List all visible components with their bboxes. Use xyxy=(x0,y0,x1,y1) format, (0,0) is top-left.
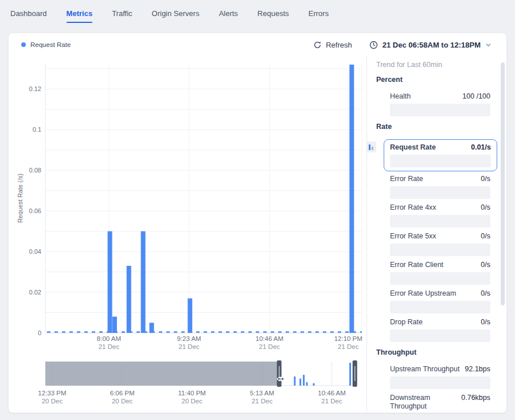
metric-item-downstream-throughput[interactable]: Downstream Throughput0.76kbps xyxy=(390,394,490,413)
metric-item-error-rate-5xx[interactable]: Error Rate 5xx0/s xyxy=(390,232,490,256)
metric-value: 100 /100 xyxy=(462,92,490,101)
sparkline-placeholder xyxy=(390,186,490,199)
time-range-label: 21 Dec 06:58AM to 12:18PM xyxy=(383,41,481,49)
axis-label: 0.04 xyxy=(29,248,41,255)
axis-label: 0.12 xyxy=(29,85,41,92)
sparkline-placeholder xyxy=(390,301,490,313)
sidebar-title: Trend for Last 60min xyxy=(376,61,490,69)
legend-dot-icon xyxy=(21,42,26,47)
axis-label: 5:13 AM xyxy=(250,390,274,397)
metric-value: 0/s xyxy=(481,232,490,241)
metric-label: Drop Rate xyxy=(390,318,423,327)
brush-bar xyxy=(299,379,301,386)
section-heading-rate: Rate xyxy=(376,123,490,131)
chevron-down-icon xyxy=(485,42,491,48)
sparkline-placeholder xyxy=(390,376,490,389)
axis-label: 0 xyxy=(38,329,41,336)
sparkline-placeholder xyxy=(390,215,490,227)
axis-label: 0.06 xyxy=(29,207,41,214)
panel-header: Request Rate Refresh 21 Dec 06:58AM to 1… xyxy=(9,33,506,56)
sparkline-placeholder xyxy=(390,329,490,342)
axis-label: 0.08 xyxy=(29,167,41,174)
metric-value: 0/s xyxy=(481,318,490,327)
metric-label: Upstream Throughput xyxy=(390,365,459,374)
axis-label: 0.02 xyxy=(29,289,41,296)
metric-item-request-rate[interactable]: Request Rate0.01/s xyxy=(384,139,497,171)
metric-value: 0.01/s xyxy=(471,143,491,152)
chart-bar[interactable] xyxy=(349,65,354,333)
axis-label: 10:46 AM xyxy=(256,335,284,342)
axis-label: 21 Dec xyxy=(338,343,359,350)
chart-bar[interactable] xyxy=(112,317,117,333)
brush-bar xyxy=(313,383,315,386)
metric-label: Health xyxy=(390,92,411,101)
tab-traffic[interactable]: Traffic xyxy=(112,6,132,23)
axis-label: 21 Dec xyxy=(259,343,280,350)
axis-label: Request Rate (/s) xyxy=(17,174,24,223)
legend-label: Request Rate xyxy=(30,41,71,48)
metric-item-health[interactable]: Health100 /100 xyxy=(390,92,490,116)
metric-label: Error Rate Client xyxy=(390,261,443,269)
chart-bar[interactable] xyxy=(108,231,112,333)
sparkline-placeholder xyxy=(390,272,490,285)
section-heading-throughput: Throughput xyxy=(376,348,490,357)
metric-item-upstream-throughput[interactable]: Upstream Throughput92.1bps xyxy=(390,365,490,389)
sparkline-placeholder xyxy=(390,244,490,256)
axis-label: 6:06 PM xyxy=(110,390,135,397)
metric-label: Error Rate 5xx xyxy=(390,232,436,241)
top-nav: DashboardMetricsTrafficOrigin ServersAle… xyxy=(0,0,515,29)
mouse-cursor-horizontal-resize: ↔ xyxy=(276,372,286,383)
metric-label: Error Rate 4xx xyxy=(390,203,436,212)
axis-label: 8:00 AM xyxy=(97,335,121,342)
refresh-label: Refresh xyxy=(326,41,352,49)
sidebar-scrollbar-thumb[interactable] xyxy=(501,62,505,305)
axis-label: 12:10 PM xyxy=(334,335,362,342)
metrics-panel: Request Rate Refresh 21 Dec 06:58AM to 1… xyxy=(8,33,507,413)
tab-alerts[interactable]: Alerts xyxy=(219,6,238,23)
axis-label: 20 Dec xyxy=(182,398,203,405)
axis-label: 20 Dec xyxy=(42,398,63,405)
clock-icon xyxy=(369,41,378,49)
tab-errors[interactable]: Errors xyxy=(309,6,329,23)
metric-value: 0/s xyxy=(481,289,490,298)
chart-bar[interactable] xyxy=(188,299,192,333)
tab-dashboard[interactable]: Dashboard xyxy=(10,6,47,23)
sparkline-placeholder xyxy=(390,104,490,116)
bar-chart-icon xyxy=(366,142,376,152)
time-range-selector[interactable]: 21 Dec 06:58AM to 12:18PM xyxy=(369,41,498,49)
metric-value: 0.76kbps xyxy=(461,394,490,402)
sparkline-placeholder xyxy=(390,155,491,167)
refresh-icon xyxy=(313,41,322,49)
axis-label: 21 Dec xyxy=(252,398,273,405)
metric-value: 0/s xyxy=(481,175,490,183)
chart-bar[interactable] xyxy=(141,231,146,333)
tab-metrics[interactable]: Metrics xyxy=(67,6,93,23)
brush-bar xyxy=(349,363,351,386)
refresh-button[interactable]: Refresh xyxy=(313,41,352,49)
metric-item-drop-rate[interactable]: Drop Rate0/s xyxy=(390,318,490,342)
axis-label: 11:40 PM xyxy=(178,390,206,397)
brush-unselected-overlay[interactable] xyxy=(45,362,279,386)
metrics-sidebar: Trend for Last 60min PercentHealth100 /1… xyxy=(366,56,506,413)
chart-bar[interactable] xyxy=(127,266,131,333)
axis-label: 10:46 AM xyxy=(318,390,346,397)
metric-item-error-rate-client[interactable]: Error Rate Client0/s xyxy=(390,261,490,285)
metric-item-error-rate[interactable]: Error Rate0/s xyxy=(390,175,490,199)
axis-label: 21 Dec xyxy=(321,398,342,405)
brush-bar xyxy=(303,375,305,386)
request-rate-chart: 8:00 AM21 Dec9:23 AM21 Dec10:46 AM21 Dec… xyxy=(9,56,366,407)
axis-label: 12:33 PM xyxy=(38,390,66,397)
axis-label: 0.1 xyxy=(33,126,41,133)
axis-label: 20 Dec xyxy=(112,398,133,405)
metric-label: Downstream Throughput xyxy=(390,394,461,411)
metric-value: 0/s xyxy=(481,261,490,269)
metric-value: 0/s xyxy=(481,203,490,212)
metric-item-error-rate-upstream[interactable]: Error Rate Upstream0/s xyxy=(390,289,490,313)
tab-requests[interactable]: Requests xyxy=(258,6,289,23)
sidebar-sections: PercentHealth100 /100RateRequest Rate0.0… xyxy=(376,76,490,413)
tab-origin-servers[interactable]: Origin Servers xyxy=(152,6,200,23)
metric-label: Error Rate xyxy=(390,175,423,183)
axis-label: 21 Dec xyxy=(178,343,200,350)
metric-item-error-rate-4xx[interactable]: Error Rate 4xx0/s xyxy=(390,203,490,227)
chart-legend: Request Rate xyxy=(21,41,71,48)
